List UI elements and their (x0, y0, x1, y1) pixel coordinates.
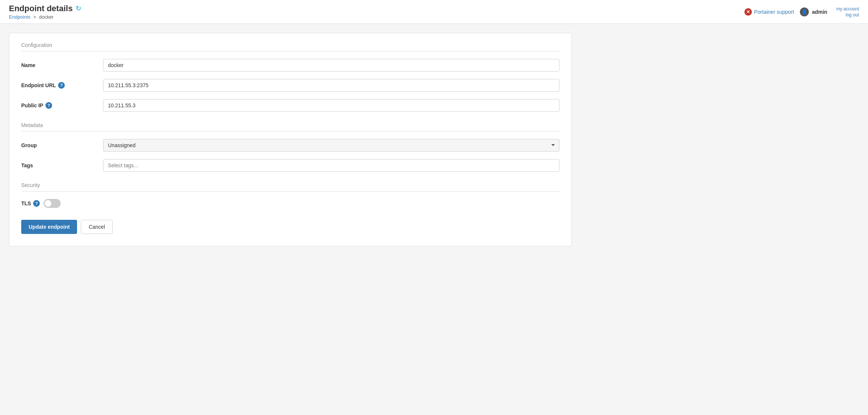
tls-label: TLS ? (21, 200, 40, 207)
name-group: Name (21, 59, 559, 72)
group-group: Group Unassigned (21, 139, 559, 152)
tags-input[interactable] (103, 159, 559, 172)
public-ip-input[interactable] (103, 99, 559, 112)
portainer-support-link[interactable]: ✕ Portainer support (744, 8, 794, 16)
configuration-section-title: Configuration (21, 42, 559, 51)
main-content: Configuration Name Endpoint URL ? Public… (0, 24, 581, 255)
admin-row: 👤 admin (800, 7, 827, 16)
group-select-wrapper: Unassigned (103, 139, 559, 152)
page-title-text: Endpoint details (9, 4, 73, 13)
endpoint-url-help-icon[interactable]: ? (58, 82, 65, 89)
breadcrumb-current: docker (39, 14, 54, 20)
user-links: my account log out (836, 6, 859, 18)
tls-help-icon[interactable]: ? (33, 200, 40, 207)
breadcrumb-parent[interactable]: Endpoints (9, 14, 31, 20)
name-label: Name (21, 62, 103, 68)
endpoint-url-group: Endpoint URL ? (21, 79, 559, 92)
top-bar: Endpoint details ↻ Endpoints > docker ✕ … (0, 0, 868, 24)
tls-group: TLS ? (21, 199, 559, 208)
admin-avatar-icon: 👤 (800, 7, 809, 16)
metadata-section-title: Metadata (21, 122, 559, 132)
btn-group: Update endpoint Cancel (21, 220, 559, 234)
security-section-title: Security (21, 182, 559, 191)
refresh-icon[interactable]: ↻ (76, 4, 81, 13)
top-bar-right: ✕ Portainer support 👤 admin my account l… (744, 6, 859, 18)
tls-toggle[interactable] (44, 199, 61, 208)
group-label: Group (21, 142, 103, 148)
endpoint-url-input[interactable] (103, 79, 559, 92)
tags-group: Tags (21, 159, 559, 172)
endpoint-details-card: Configuration Name Endpoint URL ? Public… (9, 33, 572, 246)
update-endpoint-button[interactable]: Update endpoint (21, 220, 77, 234)
tls-slider (44, 199, 61, 208)
group-select[interactable]: Unassigned (103, 139, 559, 152)
breadcrumb: Endpoints > docker (9, 14, 81, 20)
public-ip-group: Public IP ? (21, 99, 559, 112)
public-ip-help-icon[interactable]: ? (45, 102, 52, 109)
endpoint-url-label: Endpoint URL ? (21, 82, 103, 89)
admin-label: admin (812, 9, 827, 15)
portainer-support-label: Portainer support (754, 9, 794, 15)
page-title: Endpoint details ↻ (9, 4, 81, 13)
cancel-button[interactable]: Cancel (81, 220, 113, 234)
my-account-link[interactable]: my account (836, 6, 859, 12)
tags-label: Tags (21, 162, 103, 168)
public-ip-label: Public IP ? (21, 102, 103, 109)
breadcrumb-separator: > (33, 14, 36, 20)
support-icon: ✕ (744, 8, 752, 16)
log-out-link[interactable]: log out (846, 12, 859, 18)
name-input[interactable] (103, 59, 559, 72)
top-bar-left: Endpoint details ↻ Endpoints > docker (9, 4, 81, 20)
